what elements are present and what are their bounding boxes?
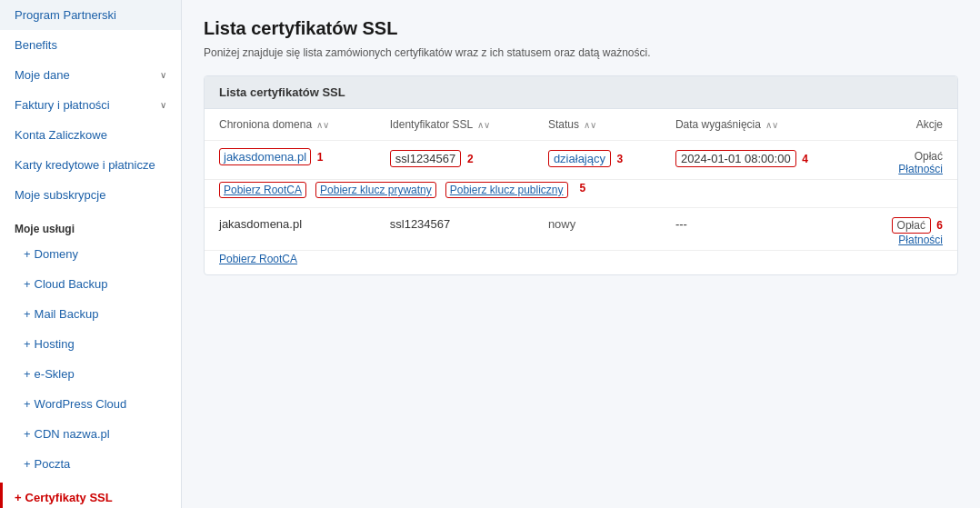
page-subtitle: Poniżej znajduje się lista zamówionych c… bbox=[204, 46, 958, 59]
cell-expiry-2: --- bbox=[661, 208, 859, 251]
sidebar-item-domeny[interactable]: Domeny bbox=[0, 239, 181, 269]
sidebar-item-label: Certyfikaty SSL bbox=[25, 491, 113, 504]
pay-circled-2: Opłać bbox=[892, 217, 931, 234]
sidebar-item-konta-zaliczkowe[interactable]: Konta Zaliczkowe bbox=[0, 120, 181, 150]
sidebar-item-label: Konta Zaliczkowe bbox=[15, 128, 107, 142]
ssl-card: Lista certyfikatów SSL Chroniona domena … bbox=[204, 75, 958, 275]
cell-domain-1: jakasdomena.pl 1 bbox=[205, 141, 375, 180]
sidebar-item-label: Karty kredytowe i płatnicze bbox=[15, 158, 155, 172]
cell-actions-2: Opłać 6 Płatności bbox=[859, 208, 957, 251]
annotation-6: 6 bbox=[936, 219, 943, 232]
sort-arrows-expiry: ∧∨ bbox=[765, 120, 778, 130]
annotation-5: 5 bbox=[580, 182, 586, 198]
sidebar-item-moje-dane[interactable]: Moje dane ∨ bbox=[0, 60, 181, 90]
download-private-key-1[interactable]: Pobierz klucz prywatny bbox=[315, 182, 436, 198]
sidebar-item-label: Cloud Backup bbox=[35, 277, 108, 291]
sidebar-item-label: Mail Backup bbox=[35, 307, 99, 321]
cell-links-actions-1 bbox=[859, 180, 957, 208]
status-badge-1: działający bbox=[548, 150, 611, 167]
sort-arrows-ssl: ∧∨ bbox=[477, 120, 490, 130]
sidebar-item-karty-kredytowe[interactable]: Karty kredytowe i płatnicze bbox=[0, 150, 181, 180]
sort-arrows-domain: ∧∨ bbox=[316, 120, 329, 130]
domain-link-1[interactable]: jakasdomena.pl bbox=[219, 148, 311, 165]
download-public-key-1[interactable]: Pobierz klucz publiczny bbox=[445, 182, 568, 198]
sidebar-item-hosting[interactable]: Hosting bbox=[0, 329, 181, 359]
sidebar-item-label: Hosting bbox=[35, 337, 75, 351]
sidebar-item-moje-subskrypcje[interactable]: Moje subskrypcje bbox=[0, 180, 181, 210]
sidebar-item-label: Benefits bbox=[15, 38, 57, 52]
sidebar-item-poczta[interactable]: Poczta bbox=[0, 449, 181, 479]
status-badge-2: nowy bbox=[548, 217, 575, 231]
annotation-2: 2 bbox=[467, 153, 474, 165]
table-row-2: jakasdomena.pl ssl1234567 nowy --- bbox=[205, 208, 957, 251]
sidebar-item-label: Moje dane bbox=[15, 68, 70, 82]
ssl-table-wrapper: Chroniona domena ∧∨ Identyfikator SSL ∧∨… bbox=[205, 109, 957, 274]
table-row-links-2: Pobierz RootCA bbox=[205, 251, 957, 275]
sidebar-item-label: Program Partnerski bbox=[15, 8, 116, 22]
col-expiry[interactable]: Data wygaśnięcia ∧∨ bbox=[661, 109, 859, 141]
cell-status-1: działający 3 bbox=[534, 141, 661, 180]
cell-links-2: Pobierz RootCA bbox=[205, 251, 859, 275]
cell-links-actions-2 bbox=[859, 251, 957, 275]
card-header: Lista certyfikatów SSL bbox=[205, 76, 957, 109]
ssl-id-1: ssl1234567 bbox=[390, 150, 462, 167]
table-row: jakasdomena.pl 1 ssl1234567 2 działający… bbox=[205, 141, 957, 180]
sidebar-item-label: Poczta bbox=[35, 457, 71, 471]
sidebar-section-label: Moje usługi bbox=[0, 214, 181, 239]
ssl-table: Chroniona domena ∧∨ Identyfikator SSL ∧∨… bbox=[205, 109, 957, 274]
cell-ssl-id-2: ssl1234567 bbox=[375, 208, 534, 251]
ssl-id-2: ssl1234567 bbox=[390, 217, 451, 231]
col-domain[interactable]: Chroniona domena ∧∨ bbox=[205, 109, 375, 141]
sidebar-item-cdn-nazwa[interactable]: CDN nazwa.pl bbox=[0, 419, 181, 449]
sidebar-item-certyfikaty-ssl[interactable]: Certyfikaty SSL bbox=[0, 483, 181, 508]
download-rootca-2[interactable]: Pobierz RootCA bbox=[219, 253, 297, 265]
sidebar-item-label: CDN nazwa.pl bbox=[35, 427, 110, 441]
expiry-date-1: 2024-01-01 08:00:00 bbox=[675, 150, 796, 167]
payments-link-1[interactable]: Płatności bbox=[874, 163, 943, 175]
payments-link-2[interactable]: Płatności bbox=[874, 234, 943, 246]
domain-text-2: jakasdomena.pl bbox=[219, 217, 302, 231]
download-rootca-1[interactable]: Pobierz RootCA bbox=[219, 182, 306, 198]
links-row-2: Pobierz RootCA bbox=[219, 253, 845, 265]
col-ssl-id[interactable]: Identyfikator SSL ∧∨ bbox=[375, 109, 534, 141]
expiry-date-2: --- bbox=[675, 217, 687, 231]
chevron-down-icon: ∨ bbox=[160, 70, 166, 80]
sidebar-item-label: e-Sklep bbox=[35, 367, 75, 381]
sort-arrows-status: ∧∨ bbox=[584, 120, 596, 130]
cell-links-1: Pobierz RootCA Pobierz klucz prywatny Po… bbox=[205, 180, 859, 208]
cell-ssl-id-1: ssl1234567 2 bbox=[375, 141, 534, 180]
sidebar-item-program-partnerski[interactable]: Program Partnerski bbox=[0, 0, 181, 30]
col-actions: Akcje bbox=[859, 109, 957, 141]
sidebar-item-cloud-backup[interactable]: Cloud Backup bbox=[0, 269, 181, 299]
sidebar-item-label: Moje subskrypcje bbox=[15, 188, 105, 202]
annotation-3: 3 bbox=[617, 153, 624, 165]
cell-status-2: nowy bbox=[534, 208, 661, 251]
cell-expiry-1: 2024-01-01 08:00:00 4 bbox=[661, 141, 859, 180]
chevron-down-icon: ∨ bbox=[160, 100, 166, 110]
sidebar-item-label: Domeny bbox=[35, 247, 78, 261]
sidebar: Program Partnerski Benefits Moje dane ∨ … bbox=[0, 0, 182, 508]
cell-actions-1: Opłać Płatności bbox=[859, 141, 957, 180]
annotation-1: 1 bbox=[317, 151, 324, 164]
links-row-1: Pobierz RootCA Pobierz klucz prywatny Po… bbox=[219, 182, 845, 198]
cell-domain-2: jakasdomena.pl bbox=[205, 208, 375, 251]
sidebar-item-e-sklep[interactable]: e-Sklep bbox=[0, 359, 181, 389]
sidebar-item-faktury[interactable]: Faktury i płatności ∨ bbox=[0, 90, 181, 120]
action-pay-1: Opłać Płatności bbox=[874, 150, 943, 175]
sidebar-item-benefits[interactable]: Benefits bbox=[0, 30, 181, 60]
sidebar-item-label: WordPress Cloud bbox=[35, 397, 127, 411]
action-pay-2: Opłać 6 Płatności bbox=[874, 219, 943, 246]
sidebar-item-label: Faktury i płatności bbox=[15, 98, 110, 112]
annotation-4: 4 bbox=[802, 153, 808, 165]
col-status[interactable]: Status ∧∨ bbox=[534, 109, 661, 141]
main-content: Lista certyfikatów SSL Poniżej znajduje … bbox=[182, 0, 980, 508]
sidebar-item-wordpress-cloud[interactable]: WordPress Cloud bbox=[0, 389, 181, 419]
sidebar-item-mail-backup[interactable]: Mail Backup bbox=[0, 299, 181, 329]
table-row-links: Pobierz RootCA Pobierz klucz prywatny Po… bbox=[205, 180, 957, 208]
page-title: Lista certyfikatów SSL bbox=[204, 18, 958, 39]
